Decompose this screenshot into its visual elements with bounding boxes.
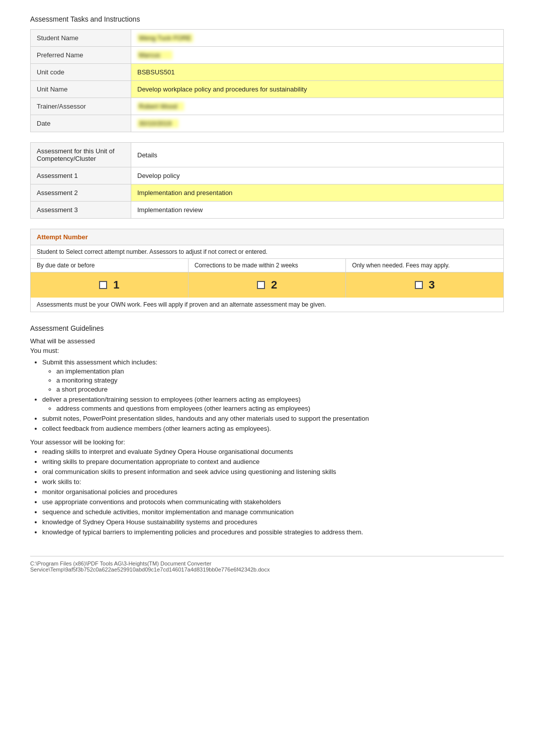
attempt-col-2: Corrections to be made within 2 weeks <box>189 259 346 272</box>
value-competency: Details <box>131 143 504 167</box>
label-student-name: Student Name <box>31 30 131 47</box>
assessor-item-work-skills: work skills to: <box>42 478 504 486</box>
you-must: You must: <box>30 347 504 354</box>
list-item-submit-notes: submit notes, PowerPoint presentation sl… <box>42 415 504 422</box>
sub-item-implementation-plan: an implementation plan <box>56 367 504 375</box>
label-assessment3: Assessment 3 <box>31 202 131 219</box>
label-preferred-name: Preferred Name <box>31 47 131 64</box>
attempt-columns: By due date or before Corrections to be … <box>31 259 503 272</box>
guidelines-section: Assessment Guidelines What will be asses… <box>30 324 504 536</box>
table-row-preferred-name: Preferred Name Marcus <box>31 47 504 64</box>
label-trainer: Trainer/Assessor <box>31 98 131 115</box>
sub-item-short-procedure: a short procedure <box>56 386 504 393</box>
table-row-competency: Assessment for this Unit of Competency/C… <box>31 143 504 167</box>
value-assessment2: Implementation and presentation <box>131 184 504 202</box>
assessor-item-conventions: use appropriate conventions and protocol… <box>42 498 504 506</box>
attempt-number-1: 1 <box>113 278 119 292</box>
value-assessment1: Develop policy <box>131 167 504 184</box>
list-item-submit-text: Submit this assessment which includes: <box>42 358 157 366</box>
assessor-looking: Your assessor will be looking for: <box>30 438 504 446</box>
label-unit-name: Unit Name <box>31 81 131 98</box>
attempt-note: Assessments must be your OWN work. Fees … <box>31 298 503 312</box>
attempt-number-3: 3 <box>429 278 435 292</box>
attempt-box-1[interactable]: 1 <box>31 272 189 298</box>
info-table: Student Name Weng Tuck FORE Preferred Na… <box>30 29 504 132</box>
sub-list-submit: an implementation plan a monitoring stra… <box>56 367 504 393</box>
checkbox-3[interactable] <box>415 281 423 289</box>
assessor-item-knowledge-soh: knowledge of Sydney Opera House sustaina… <box>42 518 504 526</box>
attempt-description: Student to Select correct attempt number… <box>31 245 503 259</box>
sub-list-deliver: address comments and questions from empl… <box>56 405 504 412</box>
value-date: 30/10/2019 <box>131 115 504 132</box>
guidelines-title: Assessment Guidelines <box>30 324 504 332</box>
label-date: Date <box>31 115 131 132</box>
list-item-submit: Submit this assessment which includes: a… <box>42 358 504 393</box>
attempt-col-1: By due date or before <box>31 259 189 272</box>
what-assessed: What will be assessed <box>30 337 504 345</box>
attempt-number-2: 2 <box>271 278 277 292</box>
value-trainer: Robert Wood <box>131 98 504 115</box>
table-row-date: Date 30/10/2019 <box>31 115 504 132</box>
table-row-trainer: Trainer/Assessor Robert Wood <box>31 98 504 115</box>
page-title: Assessment Tasks and Instructions <box>30 15 504 23</box>
list-item-deliver: deliver a presentation/training session … <box>42 396 504 412</box>
table-row-assessment3: Assessment 3 Implementation review <box>31 202 504 219</box>
value-unit-code: BSBSUS501 <box>131 64 504 81</box>
label-assessment2: Assessment 2 <box>31 184 131 202</box>
table-row-assessment1: Assessment 1 Develop policy <box>31 167 504 184</box>
checkbox-2[interactable] <box>257 281 265 289</box>
attempt-section: Attempt Number Student to Select correct… <box>30 229 504 312</box>
assessor-item-sequence: sequence and schedule activities, monito… <box>42 508 504 516</box>
attempt-boxes: 1 2 3 <box>31 272 503 298</box>
table-row-unit-code: Unit code BSBSUS501 <box>31 64 504 81</box>
sub-item-monitoring-strategy: a monitoring strategy <box>56 376 504 384</box>
footer-line1: C:\Program Files (x86)\PDF Tools AG\3-He… <box>30 560 504 566</box>
table-row-student-name: Student Name Weng Tuck FORE <box>31 30 504 47</box>
assessor-list: reading skills to interpret and evaluate… <box>42 448 504 536</box>
assessor-item-knowledge-barriers: knowledge of typical barriers to impleme… <box>42 528 504 536</box>
assessor-item-monitor: monitor organisational policies and proc… <box>42 488 504 496</box>
assessor-item-writing: writing skills to prepare documentation … <box>42 458 504 465</box>
footer-line2: Service\Temp\9af5f3b752c0a622ae529910abd… <box>30 566 504 573</box>
value-assessment3: Implementation review <box>131 202 504 219</box>
attempt-header: Attempt Number <box>31 229 503 245</box>
assessor-item-oral: oral communication skills to present inf… <box>42 468 504 476</box>
assessment-table: Assessment for this Unit of Competency/C… <box>30 142 504 219</box>
value-preferred-name: Marcus <box>131 47 504 64</box>
assessor-item-reading: reading skills to interpret and evaluate… <box>42 448 504 455</box>
checkbox-1[interactable] <box>99 281 107 289</box>
footer: C:\Program Files (x86)\PDF Tools AG\3-He… <box>30 556 504 573</box>
sub-item-address-comments: address comments and questions from empl… <box>56 405 504 412</box>
label-competency: Assessment for this Unit of Competency/C… <box>31 143 131 167</box>
label-unit-code: Unit code <box>31 64 131 81</box>
attempt-col-3: Only when needed. Fees may apply. <box>346 259 503 272</box>
list-item-collect-feedback: collect feedback from audience members (… <box>42 425 504 432</box>
table-row-unit-name: Unit Name Develop workplace policy and p… <box>31 81 504 98</box>
table-row-assessment2: Assessment 2 Implementation and presenta… <box>31 184 504 202</box>
value-unit-name: Develop workplace policy and procedures … <box>131 81 504 98</box>
attempt-box-3[interactable]: 3 <box>346 272 503 298</box>
label-assessment1: Assessment 1 <box>31 167 131 184</box>
attempt-box-2[interactable]: 2 <box>189 272 346 298</box>
main-list: Submit this assessment which includes: a… <box>42 358 504 432</box>
value-student-name: Weng Tuck FORE <box>131 30 504 47</box>
